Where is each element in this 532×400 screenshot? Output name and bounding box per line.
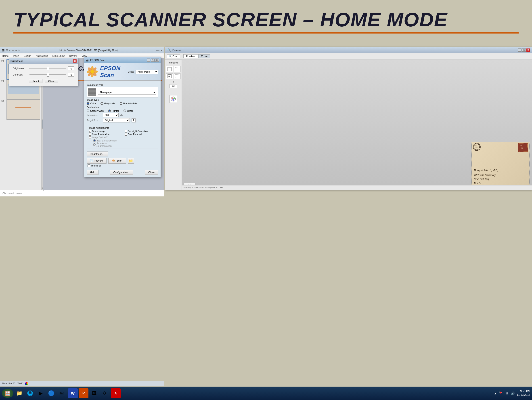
marquee-dotted-btn[interactable] — [174, 73, 180, 79]
epson-configuration-button[interactable]: Configuration... — [110, 170, 133, 175]
epson-close-dialog-button[interactable]: Close — [145, 170, 158, 175]
epson-flower-icon — [87, 66, 98, 77]
epson-scan-button[interactable]: 🎨 Scan — [108, 158, 126, 164]
preview-close-button[interactable]: ✕ — [526, 48, 530, 52]
radio-screenweb[interactable]: Screen/Web — [87, 110, 104, 112]
notes-area[interactable]: Click to add notes — [0, 190, 164, 196]
ppt-status-bar: Slide 28 of 37 "Trek" — [0, 381, 164, 386]
menu-review[interactable]: Review — [69, 55, 77, 57]
tab-preview[interactable]: Preview — [183, 54, 198, 58]
slide-num-30: 30 — [1, 100, 5, 103]
svg-point-25 — [173, 97, 175, 99]
menu-insert[interactable]: Insert — [13, 55, 19, 57]
menu-home[interactable]: Home — [2, 55, 8, 57]
tray-desktop[interactable]: 🖥 — [505, 391, 509, 395]
taskbar-chrome-button[interactable]: 🔵 — [46, 388, 56, 398]
contrast-value: 0 — [68, 73, 74, 77]
slide-item-30[interactable]: 30 — [1, 100, 40, 120]
epson-mode-select[interactable]: Home Mode Office Mode Professional Mode — [136, 70, 158, 74]
epson-close-button[interactable]: ✕ — [155, 58, 159, 62]
taskbar-pdf-button[interactable]: A — [111, 388, 120, 398]
system-clock[interactable]: 3:55 PM 11/19/2017 — [517, 390, 530, 397]
notes-placeholder: Click to add notes — [2, 192, 22, 195]
radio-grayscale[interactable]: Grayscale — [101, 102, 115, 105]
doc-type-row: Newspaper Magazine Photo Text — [87, 87, 158, 97]
brightness-slider[interactable] — [30, 67, 66, 70]
brightness-button[interactable]: Brightness... — [87, 152, 108, 156]
epson-dialog: 🖨 EPSON Scan ─ □ ✕ EPSON Scan — [84, 57, 161, 177]
doc-type-select[interactable]: Newspaper Magazine Photo Text — [98, 90, 156, 95]
brightness-value: 0 — [68, 66, 74, 70]
brightness-reset-button[interactable]: Reset — [29, 79, 42, 83]
preview-maximize-button[interactable]: □ — [522, 48, 526, 52]
taskbar-word-button[interactable]: W — [68, 388, 78, 398]
slide-count: Slide 28 of 37 — [2, 382, 15, 385]
radio-bw[interactable]: Black&White — [120, 102, 137, 105]
epson-mode-label: Mode: — [127, 71, 134, 73]
rotate-icon[interactable]: A — [132, 118, 136, 123]
menu-design[interactable]: Design — [24, 55, 31, 57]
taskbar-media-button[interactable]: ▶ — [36, 388, 45, 398]
tray-flag[interactable]: 🚩 — [499, 391, 503, 395]
brightness-close-button[interactable]: Close — [45, 79, 58, 83]
radio-color-circle — [87, 102, 89, 105]
taskbar-mail-button[interactable]: ✉ — [57, 388, 67, 398]
text-enhancement-radio[interactable]: Text Enhancement — [93, 139, 120, 142]
resolution-select[interactable]: 300 150 600 1200 — [103, 113, 119, 117]
radio-printer[interactable]: Printer — [108, 110, 119, 112]
backlight-correction-checkbox[interactable]: Backlight Correction — [125, 130, 156, 133]
contrast-slider[interactable] — [30, 73, 66, 77]
taskbar-transfer-button[interactable]: ✈ — [100, 388, 110, 398]
taskbar-browser-button[interactable]: 🌐 — [25, 388, 35, 398]
radio-color-label: Color — [90, 102, 96, 105]
menu-slideshow[interactable]: Slide Show — [52, 55, 65, 57]
epson-preview-button[interactable]: 📄 Preview — [87, 158, 107, 164]
epson-maximize-button[interactable]: □ — [151, 58, 155, 62]
marquee-text-btn[interactable]: A — [166, 73, 173, 79]
preview-left-panel: Marquee — [165, 60, 182, 190]
color-settings-button[interactable] — [170, 95, 177, 103]
marquee-btn-2[interactable] — [174, 66, 180, 72]
all-button[interactable]: All — [170, 84, 177, 88]
slide-thumb-30[interactable] — [6, 100, 40, 120]
radio-color[interactable]: Color — [87, 102, 96, 105]
tray-speaker[interactable]: 🔊 — [511, 391, 515, 395]
taskbar-files-button[interactable]: 📁 — [14, 388, 24, 398]
image-option-label: Image Option(X) — [92, 136, 108, 139]
zoom-button[interactable]: 🔍 Zoom — [167, 54, 180, 58]
auto-area-radio[interactable]: Auto Area Segmentation — [93, 142, 120, 147]
descreening-checkbox[interactable]: Descreening — [89, 130, 120, 133]
auto-area-label: Auto Area Segmentation — [96, 142, 120, 147]
epson-folder-button[interactable]: 📁 — [128, 158, 134, 164]
text-enhance-circle — [93, 139, 96, 142]
svg-text:MARK: MARK — [475, 147, 478, 148]
svg-text:A: A — [168, 75, 170, 78]
dust-removal-checkbox[interactable]: Dust Removal — [125, 133, 156, 136]
tab-zoom[interactable]: Zoom — [198, 54, 210, 58]
taskbar-powerpoint-button[interactable]: P — [79, 388, 89, 398]
epson-minimize-button[interactable]: ─ — [147, 58, 150, 62]
radio-bw-circle — [120, 102, 122, 105]
start-button[interactable]: 🪟 — [2, 389, 13, 398]
menu-animations[interactable]: Animations — [36, 55, 48, 57]
radio-printer-label: Printer — [112, 110, 119, 112]
preview-canvas-area: POST MARK EX HIB Harry A. March, — [182, 60, 532, 190]
brightness-dialog-close[interactable]: ✕ — [73, 59, 77, 63]
resolution-row: Resolution: 300 150 600 1200 dpi — [87, 113, 158, 117]
tray-arrow[interactable]: ▲ — [493, 391, 498, 395]
taskbar-image-button[interactable]: 🖼 — [89, 388, 99, 398]
svg-text:POST: POST — [474, 145, 477, 146]
menu-view[interactable]: View — [82, 55, 87, 57]
radio-grayscale-label: Grayscale — [104, 102, 115, 105]
target-size-select[interactable]: Original 4x6 in 5x7 in 8x10 in — [103, 118, 130, 123]
color-restoration-checkbox[interactable]: Color Restoration — [89, 133, 120, 136]
image-option-row[interactable]: Image Option(X) — [89, 136, 120, 139]
radio-other[interactable]: Other — [124, 110, 133, 112]
zoom-icon: 🔍 — [169, 55, 171, 58]
marquee-btn-1[interactable] — [166, 66, 173, 72]
epson-help-button[interactable]: Help — [87, 170, 99, 175]
scan-icon: 🎨 — [112, 159, 115, 162]
thumbnail-checkbox[interactable] — [88, 164, 90, 167]
slide-30-bar — [15, 108, 31, 108]
preview-minimize-button[interactable]: ─ — [518, 48, 521, 52]
